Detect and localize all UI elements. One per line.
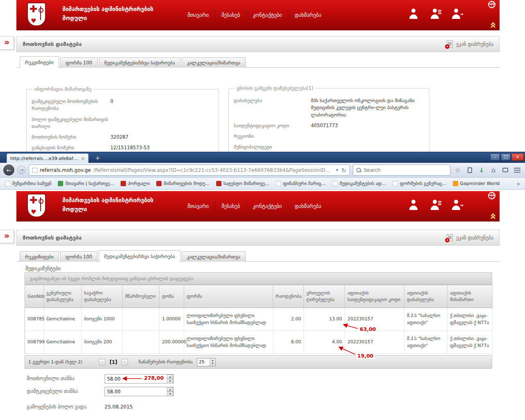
nav-contacts[interactable]: კონტაქტები bbox=[247, 203, 288, 209]
globe-icon[interactable] bbox=[488, 192, 495, 199]
collapse-header-icon[interactable]: » bbox=[488, 213, 498, 220]
col-form[interactable]: ფორმა bbox=[184, 285, 273, 308]
window-restore-button[interactable]: □ bbox=[501, 153, 511, 161]
profile-list-icon[interactable] bbox=[429, 9, 441, 19]
favicon-icon bbox=[121, 181, 126, 186]
bookmark-star-icon[interactable]: ☆ bbox=[453, 165, 462, 175]
next-page-button[interactable]: › bbox=[121, 359, 128, 365]
main-nav: მთავარი შესახებ კონტაქტები დახმარება bbox=[181, 0, 327, 30]
col-manufacturer[interactable]: მწარმოებელი bbox=[123, 285, 160, 308]
reload-icon[interactable]: ↻ bbox=[341, 167, 346, 173]
favicon-icon bbox=[393, 181, 398, 186]
prev-page-button[interactable]: ‹ bbox=[99, 359, 105, 365]
col-geondc[interactable]: GeoNdc bbox=[25, 285, 44, 308]
app-header: ♥ მიმართვების ადმინისტრირების მოდული მთა… bbox=[16, 0, 500, 30]
nav-help[interactable]: დახმარება bbox=[288, 12, 327, 18]
menu-icon[interactable] bbox=[513, 165, 522, 175]
url-bar[interactable]: referrals.moh.gov.ge /ReferralsHall/Page… bbox=[29, 164, 350, 176]
profile-icon[interactable] bbox=[408, 9, 419, 19]
col-pharmacy-name[interactable]: აფთიაქის დასახელება bbox=[404, 285, 447, 308]
favicon-icon bbox=[332, 181, 338, 186]
col-quantity[interactable]: რაოდენობა bbox=[273, 285, 304, 308]
current-page[interactable]: [1] bbox=[110, 359, 117, 365]
bookmark-item[interactable]: ფორმების გენერაც... bbox=[393, 181, 446, 186]
back-icon: ◂ bbox=[447, 234, 453, 241]
bookmarks-panel-icon[interactable] bbox=[465, 165, 474, 175]
home-icon[interactable]: ⌂ bbox=[489, 165, 498, 175]
sidebar-expand-button[interactable]: » bbox=[0, 36, 14, 50]
tab-calculation[interactable]: კალკულაცია/მიმართვა bbox=[182, 57, 246, 68]
profile-icon[interactable] bbox=[408, 200, 419, 210]
tab-requisites[interactable]: რეკვიზიტები bbox=[20, 251, 59, 262]
table-row[interactable]: 008785 Gemcitabine ბიოგემი 1000 1.00000 … bbox=[25, 308, 493, 331]
col-dose[interactable]: დოზა bbox=[160, 285, 184, 308]
window-minimize-button[interactable]: – bbox=[490, 153, 500, 161]
sidebar-expand-button[interactable]: » bbox=[0, 230, 14, 243]
tab-requisites[interactable]: რეკვიზიტები bbox=[20, 56, 59, 68]
tab-close-icon[interactable]: × bbox=[81, 156, 85, 162]
nav-help[interactable]: დახმარება bbox=[288, 203, 327, 209]
nav-home[interactable]: მთავარი bbox=[181, 203, 215, 209]
new-tab-button[interactable]: + bbox=[93, 155, 103, 162]
profile-list-icon[interactable] bbox=[429, 200, 441, 210]
col-pharmacy-address[interactable]: აფთიაქის მისამართი bbox=[447, 285, 493, 308]
col-trade-name[interactable]: სავაჭრო დასახელება bbox=[82, 285, 123, 308]
favicon-icon bbox=[216, 181, 221, 186]
tab-medications[interactable]: მედიკამენტები/სხვა საჭიროება bbox=[99, 57, 180, 68]
browser-chrome: http://referrals....e39-afe8afa2e732 × +… bbox=[0, 152, 525, 190]
page-size-select[interactable]: 25 ▲▼ bbox=[197, 358, 216, 366]
messages-icon[interactable] bbox=[501, 165, 510, 175]
bookmark-item[interactable]: პორტალი bbox=[121, 181, 150, 186]
bookmark-item[interactable]: ფინანსური მარიგ... bbox=[276, 181, 326, 186]
tab-form100[interactable]: ფორმა 100 bbox=[60, 251, 98, 262]
grid-group-hint: გადმოიტანეთ ის სვეტი რომლის მიხედვითაც გ… bbox=[25, 272, 492, 285]
expiry-label: გამოყენების ბოლო ვადა bbox=[27, 404, 87, 410]
field-row: მოთხოვნის ნომერი 320287 bbox=[32, 134, 214, 141]
bookmark-item[interactable]: მთავარი | საქართვე... bbox=[58, 181, 114, 186]
fieldset-issuer: ცნობის გამცემი დაწესებულება(1) დასახელებ… bbox=[228, 85, 429, 152]
issuer-id-value: 405071773 bbox=[311, 122, 338, 129]
nav-home[interactable]: მთავარი bbox=[181, 12, 215, 18]
nav-contacts[interactable]: კონტაქტები bbox=[247, 12, 288, 18]
nav-about[interactable]: შესახებ bbox=[215, 203, 246, 209]
back-link[interactable]: ◂ უკან დაბრუნება bbox=[447, 41, 493, 48]
bookmark-item[interactable]: Gapminder World bbox=[453, 181, 500, 186]
nav-about[interactable]: შესახებ bbox=[215, 12, 246, 18]
browser-tabstrip: http://referrals....e39-afe8afa2e732 × +… bbox=[0, 152, 525, 163]
bookmark-item[interactable]: მედიკამენტების ად... bbox=[332, 181, 386, 186]
back-link[interactable]: ◂ უკან დაბრუნება bbox=[447, 234, 493, 241]
main-nav: მთავარი შესახებ კონტაქტები დახმარება bbox=[181, 191, 327, 221]
tab-calculation[interactable]: კალკულაცია/მიმართვა bbox=[182, 251, 246, 262]
bookmark-item[interactable]: მიმართვების მოდუ... bbox=[156, 181, 210, 186]
search-input[interactable] bbox=[364, 167, 442, 173]
bookmark-item[interactable]: მეწყარმთა სამეცნ bbox=[5, 181, 51, 186]
bookmark-item[interactable]: სატესტო მიმართვე... bbox=[216, 181, 269, 186]
browser-tab[interactable]: http://referrals....e39-afe8afa2e732 × bbox=[7, 153, 89, 163]
url-dropdown-icon[interactable]: ▼ bbox=[335, 169, 339, 172]
collapse-header-icon[interactable]: » bbox=[488, 22, 498, 29]
approved-amount-input[interactable] bbox=[105, 387, 173, 396]
bookmarks-overflow-icon[interactable]: » bbox=[516, 180, 520, 187]
table-row[interactable]: 008799 Gemcitabine ბიოგემი 200 200.00000… bbox=[25, 331, 493, 354]
tab-medications[interactable]: მედიკამენტები/სხვა საჭიროება bbox=[99, 250, 180, 262]
col-pharmacy-id[interactable]: აფთიაქის საიდენტიფიკაციო კოდი bbox=[345, 285, 404, 308]
window-close-button[interactable]: × bbox=[511, 153, 524, 161]
downloads-icon[interactable]: ↓ bbox=[477, 165, 486, 175]
issuer-name-value: შპს საქართველოს ონკოლოგიის და შინაგანი მ… bbox=[311, 97, 424, 119]
spin-down-icon[interactable]: ▼ bbox=[167, 379, 173, 383]
spin-down-icon[interactable]: ▼ bbox=[167, 392, 173, 396]
spin-up-icon[interactable]: ▲ bbox=[167, 387, 173, 392]
search-bar[interactable] bbox=[353, 164, 450, 176]
globe-icon[interactable] bbox=[488, 1, 495, 8]
tab-form100[interactable]: ფორმა 100 bbox=[60, 57, 98, 68]
back-icon: ◂ bbox=[447, 41, 453, 48]
col-generic-name[interactable]: გენერიული დასახელება bbox=[44, 285, 82, 308]
logout-icon[interactable]: ➔ bbox=[450, 9, 462, 19]
spin-up-icon[interactable]: ▲ bbox=[167, 374, 173, 379]
logout-icon[interactable]: ➔ bbox=[450, 200, 462, 210]
heart-icon: ♥ bbox=[31, 209, 36, 215]
col-unit-price[interactable]: ერთეულის ღირებულება bbox=[304, 285, 345, 308]
browser-back-button[interactable]: ← bbox=[3, 164, 14, 176]
pager-info: 1 გვერდი 1-დან (სულ 2) bbox=[28, 359, 82, 365]
browser-forward-button[interactable]: → bbox=[17, 166, 26, 174]
